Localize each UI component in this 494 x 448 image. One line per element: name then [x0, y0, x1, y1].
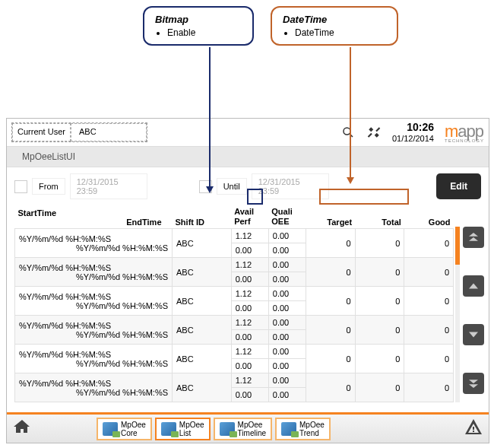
cell-perf: 0.00 — [231, 243, 268, 258]
clock: 10:26 01/12/2014 — [392, 121, 434, 144]
current-user-value[interactable]: ABC — [71, 123, 147, 141]
cell-good: 0 — [404, 316, 454, 345]
tools-icon[interactable] — [366, 125, 382, 140]
search-icon[interactable] — [340, 125, 356, 140]
cell-target: 0 — [306, 316, 355, 345]
tab-label: MpOeeTimeline — [238, 421, 266, 437]
cell-avail: 1.12 — [231, 258, 268, 272]
arrow-bitmap — [209, 47, 211, 187]
cell-perf: 0.00 — [231, 359, 268, 373]
tab-trend[interactable]: MpOeeTrend — [275, 418, 331, 440]
cell-time: %Y/%m/%d %H:%M:%S%Y/%m/%d %H:%M:%S — [15, 287, 173, 316]
app-frame: Current User ABC 10:26 01/12/2014 mapp T… — [6, 118, 489, 443]
cell-good: 0 — [404, 287, 454, 316]
page-title: MpOeeListUI — [7, 146, 489, 167]
callout-title: DateTime — [283, 14, 386, 25]
cell-avail: 1.12 — [231, 345, 268, 359]
tab-icon — [161, 422, 176, 436]
cell-target: 0 — [306, 373, 355, 402]
th-target: Target — [306, 205, 355, 229]
current-user-box: Current User ABC — [11, 122, 147, 142]
cell-oee: 0.00 — [268, 272, 306, 287]
cell-shift: ABC — [173, 345, 232, 373]
page-down-button[interactable] — [463, 324, 484, 345]
svg-rect-2 — [473, 427, 474, 430]
th-good: Good — [404, 205, 454, 229]
cell-time: %Y/%m/%d %H:%M:%S%Y/%m/%d %H:%M:%S — [15, 316, 173, 345]
cell-oee: 0.00 — [268, 388, 306, 402]
cell-total: 0 — [355, 373, 404, 402]
home-icon[interactable] — [13, 418, 31, 440]
callout-datetime: DateTime DateTime — [271, 6, 398, 46]
cell-perf: 0.00 — [231, 330, 268, 345]
tab-timeline[interactable]: MpOeeTimeline — [214, 418, 272, 440]
svg-rect-3 — [473, 431, 474, 432]
cell-target: 0 — [306, 287, 355, 316]
cell-quali: 0.00 — [268, 287, 306, 301]
from-checkbox[interactable] — [14, 180, 27, 193]
page-down-fast-button[interactable] — [463, 373, 484, 394]
cell-good: 0 — [404, 345, 454, 373]
th-total: Total — [355, 205, 404, 229]
cell-total: 0 — [355, 258, 404, 287]
until-input[interactable]: 12/31/2015 23:59 — [252, 173, 329, 199]
cell-target: 0 — [306, 345, 355, 373]
cell-time: %Y/%m/%d %H:%M:%S%Y/%m/%d %H:%M:%S — [15, 373, 173, 402]
tab-label: MpOeeCore — [121, 421, 146, 437]
page-up-fast-button[interactable] — [463, 227, 484, 248]
cell-target: 0 — [306, 229, 355, 258]
th-quali-oee: Quali OEE — [268, 205, 306, 229]
cell-oee: 0.00 — [268, 301, 306, 316]
cell-total: 0 — [355, 316, 404, 345]
callout-item: DateTime — [295, 27, 386, 38]
cell-quali: 0.00 — [268, 373, 306, 388]
cell-oee: 0.00 — [268, 243, 306, 258]
cell-perf: 0.00 — [231, 388, 268, 402]
callout-title: Bitmap — [155, 14, 242, 25]
table-area: StartTime EndTime Shift ID Avail Perf Qu… — [7, 205, 489, 402]
cell-total: 0 — [355, 345, 404, 373]
bottom-bar: MpOeeCoreMpOeeListMpOeeTimelineMpOeeTren… — [7, 412, 489, 443]
cell-shift: ABC — [173, 229, 232, 258]
warning-icon[interactable] — [464, 418, 483, 440]
cell-quali: 0.00 — [268, 258, 306, 272]
tab-label: MpOeeTrend — [299, 421, 325, 437]
cell-total: 0 — [355, 229, 404, 258]
clock-time: 10:26 — [392, 121, 434, 134]
cell-oee: 0.00 — [268, 359, 306, 373]
cell-time: %Y/%m/%d %H:%M:%S%Y/%m/%d %H:%M:%S — [15, 345, 173, 373]
callout-item: Enable — [167, 27, 242, 38]
topbar: Current User ABC 10:26 01/12/2014 mapp T… — [7, 119, 489, 146]
tab-list[interactable]: MpOeeList — [155, 418, 211, 440]
tab-core[interactable]: MpOeeCore — [97, 418, 152, 440]
from-label: From — [32, 178, 65, 195]
arrow-datetime — [350, 47, 351, 178]
tab-label: MpOeeList — [179, 421, 204, 437]
cell-perf: 0.00 — [231, 301, 268, 316]
cell-shift: ABC — [173, 373, 232, 402]
oee-table: StartTime EndTime Shift ID Avail Perf Qu… — [14, 205, 454, 402]
from-input[interactable]: 12/31/2015 23:59 — [70, 173, 147, 199]
cell-avail: 1.12 — [231, 287, 268, 301]
cell-oee: 0.00 — [268, 330, 306, 345]
cell-time: %Y/%m/%d %H:%M:%S%Y/%m/%d %H:%M:%S — [15, 229, 173, 258]
cell-quali: 0.00 — [268, 345, 306, 359]
cell-total: 0 — [355, 287, 404, 316]
th-avail-perf: Avail Perf — [231, 205, 268, 229]
cell-good: 0 — [404, 229, 454, 258]
cell-avail: 1.12 — [231, 229, 268, 243]
tab-icon — [103, 422, 118, 436]
cell-quali: 0.00 — [268, 229, 306, 243]
cell-target: 0 — [306, 258, 355, 287]
cell-shift: ABC — [173, 316, 232, 345]
cell-shift: ABC — [173, 258, 232, 287]
nav-buttons — [463, 205, 484, 402]
scroll-indicator — [455, 227, 460, 402]
cell-perf: 0.00 — [231, 272, 268, 287]
tab-icon — [220, 422, 235, 436]
scroll-thumb[interactable] — [455, 227, 460, 265]
cell-time: %Y/%m/%d %H:%M:%S%Y/%m/%d %H:%M:%S — [15, 258, 173, 287]
cell-avail: 1.12 — [231, 373, 268, 388]
page-up-button[interactable] — [463, 275, 484, 297]
edit-button[interactable]: Edit — [436, 173, 481, 199]
